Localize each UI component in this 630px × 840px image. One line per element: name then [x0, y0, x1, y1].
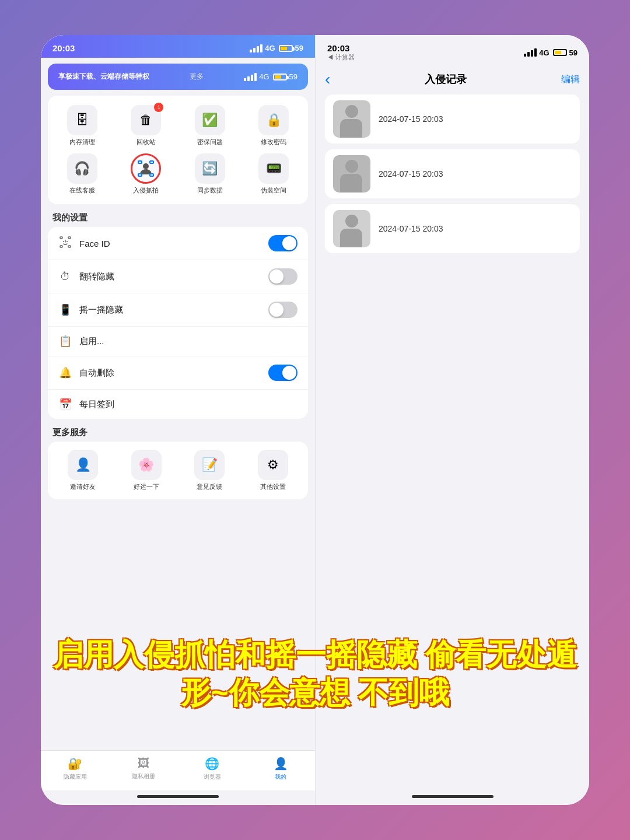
memory-clean-icon: 🗄: [67, 105, 97, 135]
nav-my[interactable]: 👤 我的: [247, 757, 316, 781]
change-password-label: 修改密码: [261, 138, 286, 146]
lucky-item[interactable]: 🌸 好运一下: [117, 450, 176, 491]
right-status-icons: 4G 59: [524, 48, 578, 57]
signal-bars-icon: [250, 44, 262, 52]
invite-friends-item[interactable]: 👤 邀请好友: [54, 450, 113, 491]
flip-hide-icon: ⏱: [58, 271, 72, 283]
lucky-label: 好运一下: [134, 482, 159, 491]
feedback-item[interactable]: 📝 意见反馈: [180, 450, 239, 491]
recycle-bin-label: 回收站: [136, 138, 156, 146]
svg-point-9: [63, 241, 64, 242]
person-silhouette-2: [340, 160, 363, 192]
nav-private-album[interactable]: 🖼 隐私相册: [110, 757, 178, 781]
intrusion-capture-item[interactable]: 入侵抓拍: [118, 153, 175, 195]
daily-checkin-icon: 📅: [58, 398, 72, 411]
left-status-bar: 20:03 4G 59: [41, 35, 315, 58]
sync-data-icon: 🔄: [195, 153, 225, 184]
right-status-left: 20:03 ◀ 计算器: [327, 43, 355, 62]
customer-service-item[interactable]: 🎧 在线客服: [54, 153, 111, 195]
right-time: 20:03: [327, 43, 355, 53]
nav-hidden-apps[interactable]: 🔐 隐藏应用: [41, 757, 110, 781]
daily-checkin-row[interactable]: 📅 每日签到: [48, 390, 308, 419]
battery-icon: [279, 45, 293, 52]
svg-point-10: [66, 241, 68, 242]
network-label: 4G: [265, 44, 275, 52]
disguise-space-label: 伪装空间: [261, 186, 286, 195]
right-battery-label: 59: [569, 48, 578, 57]
auto-delete-toggle[interactable]: [268, 365, 298, 381]
memory-clean-item[interactable]: 🗄 内存清理: [54, 105, 111, 146]
settings-card: Face ID ⏱ 翻转隐藏 📱 摇一摇隐藏: [48, 227, 308, 419]
person-silhouette-3: [340, 215, 363, 247]
person-silhouette-1: [340, 105, 363, 138]
shake-hide-icon: 📱: [58, 303, 72, 316]
other-settings-item[interactable]: ⚙ 其他设置: [244, 450, 303, 491]
other-settings-label: 其他设置: [260, 482, 286, 491]
right-status-bar: 20:03 ◀ 计算器 4G 59: [316, 35, 589, 66]
secret-question-label: 密保问题: [197, 138, 223, 146]
record-time-1: 2024-07-15 20:03: [379, 114, 443, 124]
record-item-3[interactable]: 2024-07-15 20:03: [325, 204, 580, 253]
enable-icon: 📋: [58, 335, 72, 348]
banner-text: 享极速下载、云端存储等特权: [58, 72, 149, 82]
change-password-icon: 🔒: [258, 105, 289, 135]
left-time: 20:03: [52, 43, 75, 53]
left-home-indicator: [137, 795, 219, 798]
shake-hide-toggle[interactable]: [268, 302, 298, 318]
more-services-grid: 👤 邀请好友 🌸 好运一下 📝 意见反馈 ⚙ 其他设置: [48, 442, 308, 499]
sync-data-item[interactable]: 🔄 同步数据: [181, 153, 239, 195]
battery-label: 59: [295, 44, 303, 52]
page-title: 入侵记录: [425, 72, 467, 86]
right-network-label: 4G: [539, 48, 549, 57]
banner-status: 4G 59: [244, 72, 298, 81]
recycle-bin-item[interactable]: 🗑 1 回收站: [118, 105, 175, 146]
banner-signal-icon: [244, 73, 257, 81]
right-subtitle: ◀ 计算器: [327, 53, 355, 62]
record-item-2[interactable]: 2024-07-15 20:03: [325, 149, 580, 198]
svg-rect-5: [60, 237, 62, 239]
svg-rect-7: [60, 246, 62, 247]
disguise-space-item[interactable]: 📟 伪装空间: [246, 153, 303, 195]
invite-friends-icon: 👤: [68, 450, 98, 480]
other-settings-icon: ⚙: [258, 450, 288, 480]
flip-hide-row[interactable]: ⏱ 翻转隐藏: [48, 260, 308, 293]
left-status-icons: 4G 59: [250, 44, 303, 52]
record-time-2: 2024-07-15 20:03: [379, 169, 443, 178]
daily-checkin-label: 每日签到: [79, 399, 298, 410]
record-thumb-2: [333, 155, 370, 192]
banner-battery-icon: [273, 74, 287, 80]
flip-hide-toggle[interactable]: [268, 268, 298, 285]
back-button[interactable]: ‹: [325, 70, 330, 89]
memory-clean-label: 内存清理: [69, 138, 95, 146]
faceid-row[interactable]: Face ID: [48, 227, 308, 260]
promo-banner[interactable]: 享极速下载、云端存储等特权 更多 4G 59: [48, 64, 308, 90]
private-album-label: 隐私相册: [132, 772, 155, 780]
shake-hide-row[interactable]: 📱 摇一摇隐藏: [48, 293, 308, 327]
main-card: 20:03 4G 59 享极速下载、云端存储等特权 更多 4G: [41, 35, 589, 805]
record-thumb-3: [333, 210, 370, 247]
secret-question-item[interactable]: ✅ 密保问题: [181, 105, 239, 146]
faceid-toggle[interactable]: [268, 235, 298, 251]
intrusion-capture-icon: [131, 153, 161, 184]
nav-browser[interactable]: 🌐 浏览器: [178, 757, 247, 781]
right-nav-bar: ‹ 入侵记录 编辑: [316, 66, 589, 94]
more-services-title: 更多服务: [41, 419, 315, 442]
auto-delete-row[interactable]: 🔔 自动删除: [48, 356, 308, 390]
shake-hide-label: 摇一摇隐藏: [79, 304, 261, 316]
browser-label: 浏览器: [204, 773, 221, 781]
invite-friends-label: 邀请好友: [70, 482, 96, 491]
right-bottom-indicators: [316, 790, 589, 805]
svg-rect-1: [138, 161, 142, 163]
browser-icon: 🌐: [205, 757, 219, 771]
hidden-apps-icon: 🔐: [68, 757, 82, 771]
invasion-records-list: 2024-07-15 20:03 2024-07-15 20:03: [316, 94, 589, 790]
change-password-item[interactable]: 🔒 修改密码: [246, 105, 303, 146]
sync-data-label: 同步数据: [197, 186, 223, 195]
recycle-bin-icon: 🗑 1: [131, 105, 161, 135]
left-bottom-indicators: [41, 790, 315, 805]
svg-rect-3: [138, 174, 142, 176]
record-item-1[interactable]: 2024-07-15 20:03: [325, 94, 580, 144]
banner-more[interactable]: 更多: [190, 72, 204, 82]
enable-row[interactable]: 📋 启用...: [48, 327, 308, 356]
edit-button[interactable]: 编辑: [561, 74, 580, 86]
